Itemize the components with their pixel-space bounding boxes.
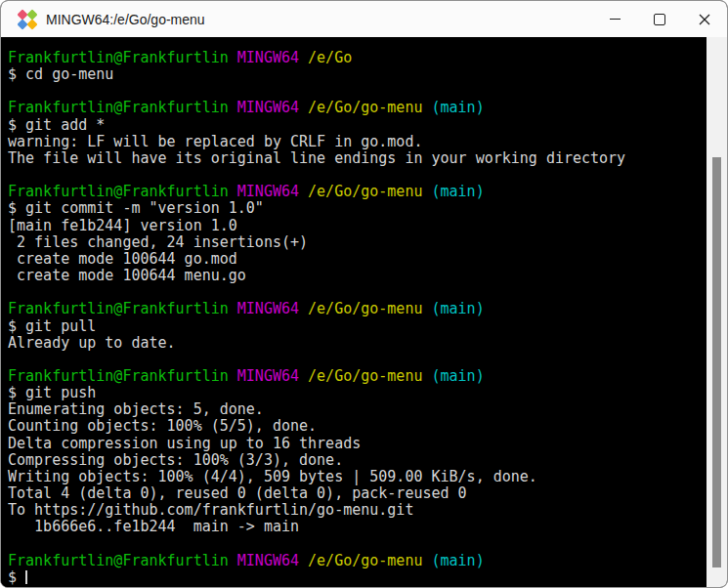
maximize-icon: [654, 14, 665, 25]
window-controls: [592, 1, 727, 37]
close-icon: [699, 14, 710, 25]
terminal-line: Total 4 (delta 0), reused 0 (delta 0), p…: [8, 485, 707, 502]
terminal-line: Frankfurtlin@Frankfurtlin MINGW64 /e/Go/…: [8, 368, 707, 385]
terminal-line: The file will have its original line end…: [8, 150, 707, 167]
terminal-line: [8, 352, 707, 368]
window-title: MINGW64:/e/Go/go-menu: [46, 12, 205, 27]
terminal-line: To https://github.com/frankfurtlin/go-me…: [8, 502, 707, 519]
close-button[interactable]: [682, 1, 727, 37]
terminal-line: $ git push: [8, 385, 707, 401]
terminal-line: $ git add *: [8, 117, 707, 134]
terminal-line: create mode 100644 go.mod: [8, 251, 707, 268]
msys2-icon-yellow-diamond: [26, 19, 37, 29]
terminal-line: $ git commit -m "version 1.0": [8, 200, 707, 217]
terminal-line: $ git pull: [8, 318, 707, 335]
scrollbar-thumb[interactable]: [712, 157, 721, 567]
terminal-line: Frankfurtlin@Frankfurtlin MINGW64 /e/Go/…: [8, 184, 707, 200]
terminal-line: Frankfurtlin@Frankfurtlin MINGW64 /e/Go: [8, 50, 707, 66]
minimize-button[interactable]: [592, 1, 637, 37]
title-bar[interactable]: MINGW64:/e/Go/go-menu: [1, 1, 727, 37]
terminal-line: Counting objects: 100% (5/5), done.: [8, 418, 707, 435]
terminal-line: [8, 83, 707, 100]
terminal-window: MINGW64:/e/Go/go-menu Frankfurtlin@Frank…: [0, 0, 728, 588]
terminal-line: [8, 167, 707, 184]
terminal-line: warning: LF will be replaced by CRLF in …: [8, 134, 707, 150]
terminal-screen[interactable]: Frankfurtlin@Frankfurtlin MINGW64 /e/Go$…: [1, 37, 707, 587]
minimize-icon: [610, 19, 621, 20]
scrollbar-track[interactable]: [707, 37, 727, 587]
terminal-line: Delta compression using up to 16 threads: [8, 436, 707, 452]
terminal-line: $ cd go-menu: [8, 66, 707, 83]
terminal-line: Frankfurtlin@Frankfurtlin MINGW64 /e/Go/…: [8, 100, 707, 116]
terminal-line: Enumerating objects: 5, done.: [8, 401, 707, 418]
terminal-line: create mode 100644 menu.go: [8, 268, 707, 284]
terminal-line: Compressing objects: 100% (3/3), done.: [8, 452, 707, 469]
terminal-line: Writing objects: 100% (4/4), 509 bytes |…: [8, 469, 707, 485]
terminal-line: [8, 536, 707, 553]
terminal-line: Frankfurtlin@Frankfurtlin MINGW64 /e/Go/…: [8, 301, 707, 317]
terminal-line: Already up to date.: [8, 335, 707, 352]
terminal-line: 1b666e6..fe1b244 main -> main: [8, 519, 707, 535]
maximize-button[interactable]: [637, 1, 682, 37]
text-cursor: [25, 570, 27, 584]
terminal-line: $: [8, 569, 707, 586]
terminal-line: [8, 284, 707, 301]
terminal-line: 2 files changed, 24 insertions(+): [8, 234, 707, 251]
msys2-icon[interactable]: [17, 9, 38, 30]
msys2-icon-green-diamond: [26, 9, 37, 20]
terminal-line: Frankfurtlin@Frankfurtlin MINGW64 /e/Go/…: [8, 553, 707, 569]
terminal-line: [main fe1b244] version 1.0: [8, 218, 707, 234]
